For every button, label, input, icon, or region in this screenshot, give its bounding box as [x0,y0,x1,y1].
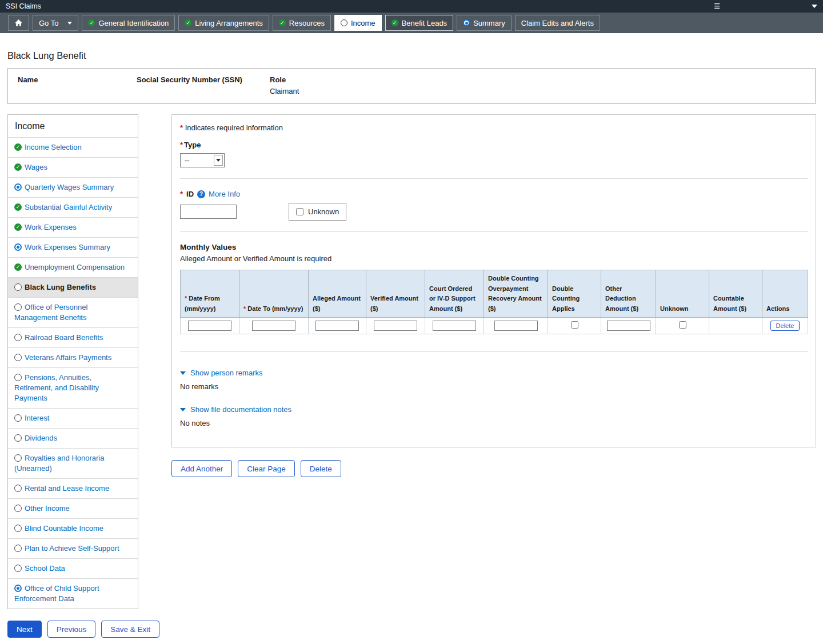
tab-general-identification[interactable]: General Identification [82,15,175,31]
add-another-button[interactable]: Add Another [171,460,232,477]
sidebar-item-pensions-annuities[interactable]: Pensions, Annuities, Retirement, and Dis… [8,367,138,408]
sidebar-item-substantial-gainful-activity[interactable]: Substantial Gainful Activity [8,197,138,217]
delete-button[interactable]: Delete [301,460,341,477]
chevron-down-icon [180,371,186,375]
empty-circle-icon [14,303,22,311]
income-sidebar: Income Income Selection Wages Quarterly … [7,114,138,609]
tab-resources[interactable]: Resources [273,15,331,31]
id-unknown-group: Unknown [289,203,346,221]
empty-circle-icon [14,354,22,361]
clear-page-button[interactable]: Clear Page [238,460,295,477]
monthly-values-subtitle: Alleged Amount or Verified Amount is req… [180,254,808,263]
tab-income[interactable]: Income [334,15,382,31]
date-to-input[interactable] [252,321,295,331]
empty-circle-icon [14,283,22,291]
row-delete-button[interactable]: Delete [770,321,800,331]
col-date-from: * Date From (mm/yyyy) [181,270,239,318]
sidebar-item-work-expenses[interactable]: Work Expenses [8,217,138,237]
role-label: Role [270,75,299,84]
col-double-counting-applies: Double Counting Applies [548,270,601,318]
court-ordered-amount-input[interactable] [433,321,476,331]
empty-circle-icon [14,525,22,532]
col-actions: Actions [762,270,808,318]
id-label-row: * ID More Info [180,190,808,198]
sidebar-item-income-selection[interactable]: Income Selection [8,137,138,157]
countable-amount-cell [709,318,762,334]
sidebar-item-plan-to-achieve-self-support[interactable]: Plan to Achieve Self-Support [8,538,138,558]
sidebar-item-school-data[interactable]: School Data [8,558,138,578]
empty-circle-icon [14,545,22,552]
sidebar-item-royalties-and-honoraria[interactable]: Royalties and Honoraria (Unearned) [8,448,138,478]
date-from-input[interactable] [188,321,231,331]
previous-button[interactable]: Previous [47,621,96,638]
sidebar-item-wages[interactable]: Wages [8,157,138,177]
col-verified-amount: Verified Amount ($) [366,270,425,318]
show-file-documentation-notes-toggle[interactable]: Show file documentation notes [180,405,808,414]
remarks-empty-text: No remarks [180,382,808,391]
empty-circle-icon [14,565,22,572]
verified-amount-input[interactable] [374,321,417,331]
sidebar-item-quarterly-wages-summary[interactable]: Quarterly Wages Summary [8,177,138,197]
more-info-link[interactable]: More Info [209,190,240,198]
row-unknown-checkbox[interactable] [679,321,686,329]
sidebar-item-veterans-affairs-payments[interactable]: Veterans Affairs Payments [8,347,138,367]
divider [180,178,808,179]
sidebar-item-dividends[interactable]: Dividends [8,428,138,448]
role-value: Claimant [270,87,299,95]
other-deduction-input[interactable] [607,321,650,331]
empty-circle-icon [14,374,22,381]
page-navigation: Next Previous Save & Exit [7,621,816,638]
table-header-row: * Date From (mm/yyyy) * Date To (mm/yyyy… [181,270,808,318]
notes-empty-text: No notes [180,419,808,427]
alleged-amount-input[interactable] [315,321,359,331]
goto-dropdown[interactable]: Go To [33,15,78,31]
save-exit-button[interactable]: Save & Exit [101,621,159,638]
sidebar-item-work-expenses-summary[interactable]: Work Expenses Summary [8,237,138,257]
chevron-down-icon [214,155,223,166]
type-label: *Type [180,141,808,149]
sidebar-item-railroad-board-benefits[interactable]: Railroad Board Benefits [8,327,138,347]
sidebar-item-unemployment-compensation[interactable]: Unemployment Compensation [8,257,138,277]
info-icon [197,190,205,198]
tab-living-arrangements[interactable]: Living Arrangements [178,15,269,31]
app-title: SSI Claims [6,2,41,10]
double-counting-recovery-input[interactable] [494,321,538,331]
tab-benefit-leads[interactable]: Benefit Leads [385,15,454,31]
tab-claim-edits-and-alerts[interactable]: Claim Edits and Alerts [515,15,600,31]
monthly-values-title: Monthly Values [180,243,808,251]
next-button[interactable]: Next [7,621,42,638]
in-progress-circle-icon [14,585,22,592]
monthly-values-table: * Date From (mm/yyyy) * Date To (mm/yyyy… [180,270,808,334]
sidebar-item-office-of-personnel-management-benefits[interactable]: Office of Personnel Management Benefits [8,297,138,327]
empty-circle-icon [14,505,22,512]
app-titlebar: SSI Claims ☰ [0,0,823,13]
sidebar-item-rental-and-lease-income[interactable]: Rental and Lease Income [8,478,138,498]
empty-circle-icon [341,19,347,26]
show-person-remarks-toggle[interactable]: Show person remarks [180,369,808,377]
sidebar-item-office-of-child-support-enforcement-data[interactable]: Office of Child Support Enforcement Data [8,578,138,609]
form-actions: Add Another Clear Page Delete [171,460,816,477]
main-navbar: Go To General Identification Living Arra… [0,13,823,33]
ssn-label: Social Security Number (SSN) [137,75,270,84]
id-unknown-checkbox[interactable] [296,208,303,215]
col-unknown: Unknown [656,270,709,318]
check-circle-icon [279,19,286,26]
home-button[interactable] [8,15,29,31]
check-circle-icon [14,263,22,271]
id-input[interactable] [180,205,237,219]
type-select-value: -- [185,156,190,165]
caret-down-icon[interactable] [812,5,817,8]
menu-icon[interactable]: ☰ [714,3,720,10]
sidebar-item-interest[interactable]: Interest [8,408,138,428]
type-select[interactable]: -- [180,153,225,167]
sidebar-item-other-income[interactable]: Other Income [8,498,138,518]
empty-circle-icon [14,434,22,442]
sidebar-item-blind-countable-income[interactable]: Blind Countable Income [8,518,138,538]
col-alleged-amount: Alleged Amount ($) [309,270,366,318]
sidebar-item-black-lung-benefits[interactable]: Black Lung Benefits [8,277,138,297]
col-court-ordered-amount: Court Ordered or IV-D Support Amount ($) [425,270,484,318]
person-header: Name Social Security Number (SSN) Role C… [7,68,816,104]
double-counting-applies-checkbox[interactable] [571,321,578,329]
tab-summary[interactable]: Summary [457,15,512,31]
id-label: ID [186,190,194,198]
